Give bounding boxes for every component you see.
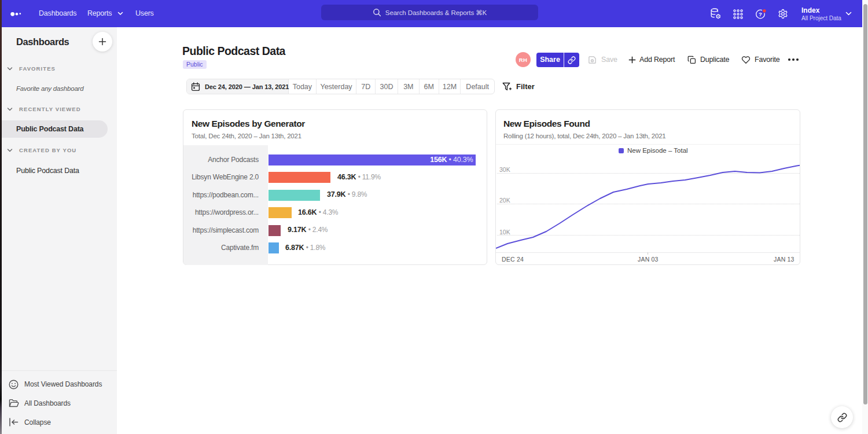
svg-text:?: ? — [759, 11, 762, 17]
